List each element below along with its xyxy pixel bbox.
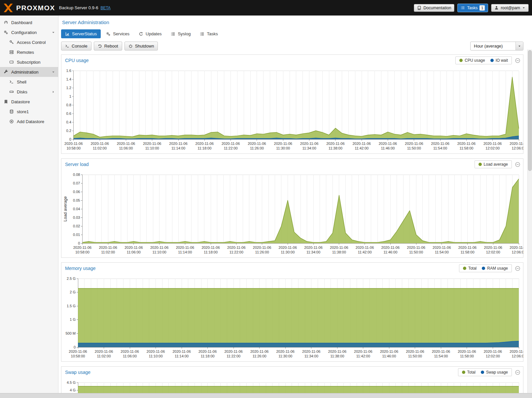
svg-text:2020-11-06: 2020-11-06	[222, 142, 240, 146]
svg-text:11:10:00: 11:10:00	[145, 146, 159, 150]
legend-label: IO wait	[496, 58, 508, 63]
beta-link[interactable]: BETA	[100, 6, 110, 10]
svg-text:11:38:00: 11:38:00	[332, 250, 346, 254]
sidebar-item-label: Disks	[17, 89, 27, 94]
user-label: root@pam	[501, 6, 520, 10]
svg-text:11:58:00: 11:58:00	[461, 250, 475, 254]
legend-item-load-average[interactable]: Load average	[479, 162, 508, 167]
svg-text:2020-11-06: 2020-11-06	[169, 142, 187, 146]
sidebar-item-datastore[interactable]: Datastore	[0, 97, 58, 107]
horizontal-scrollbar[interactable]	[0, 393, 532, 398]
tab-tasks[interactable]: Tasks	[196, 29, 222, 38]
tasks-button[interactable]: Tasks 1	[457, 4, 488, 12]
sidebar-item-dashboard[interactable]: Dashboard	[0, 17, 58, 27]
svg-text:1.2: 1.2	[66, 86, 71, 90]
panel-collapse-button[interactable]	[515, 370, 520, 375]
hdd-icon	[9, 89, 14, 94]
sidebar-item-add-datastore[interactable]: Add Datastore	[0, 116, 58, 126]
panel-collapse-button[interactable]	[515, 266, 520, 271]
brand: PROXMOX Backup Server 0.9-6 BETA	[3, 4, 111, 12]
sidebar-item-access-control[interactable]: Access Control	[0, 37, 58, 47]
sidebar-item-disks[interactable]: Disks	[0, 87, 58, 97]
vertical-scrollbar	[527, 50, 532, 393]
legend-dot	[459, 59, 463, 62]
svg-text:11:46:00: 11:46:00	[381, 146, 395, 150]
svg-text:0.6: 0.6	[66, 112, 71, 116]
time-range-select[interactable]: Hour (average)	[470, 42, 523, 50]
db-icon	[9, 109, 14, 114]
console-button[interactable]: Console	[61, 42, 91, 50]
sidebar-item-store1[interactable]: store1	[0, 107, 58, 116]
sidebar-item-remotes[interactable]: Remotes	[0, 47, 58, 57]
chart-legend: CPU usageIO wait	[455, 56, 512, 64]
svg-text:2020-11-06: 2020-11-06	[510, 349, 523, 353]
time-range-value: Hour (average)	[471, 42, 515, 50]
legend-item-io-wait[interactable]: IO wait	[490, 58, 508, 63]
legend-item-total[interactable]: Total	[462, 370, 476, 375]
documentation-button[interactable]: Documentation	[414, 4, 454, 12]
svg-text:2020-11-06: 2020-11-06	[406, 349, 424, 353]
tab-syslog[interactable]: Syslog	[167, 29, 195, 38]
svg-text:2020-11-06: 2020-11-06	[405, 142, 423, 146]
svg-text:11:10:00: 11:10:00	[153, 250, 166, 254]
reboot-button[interactable]: Reboot	[94, 42, 122, 50]
svg-text:11:50:00: 11:50:00	[408, 354, 422, 358]
legend-item-swap-usage[interactable]: Swap usage	[481, 370, 508, 375]
chart-icon	[65, 32, 70, 36]
svg-text:2 G: 2 G	[70, 290, 76, 294]
legend-item-ram-usage[interactable]: RAM usage	[482, 266, 508, 271]
svg-text:0.2: 0.2	[66, 129, 71, 133]
svg-text:11:02:00: 11:02:00	[101, 250, 115, 254]
panel-body: 0500 M1 G1.5 G2 G2.5 G2020-11-0610:58:00…	[61, 274, 523, 361]
vertical-scrollbar-thumb[interactable]	[528, 50, 532, 171]
tab-updates[interactable]: Updates	[135, 29, 165, 38]
toolbar-buttons: ConsoleRebootShutdown	[61, 42, 158, 50]
svg-text:0.4: 0.4	[66, 120, 71, 124]
wrench-icon	[4, 70, 8, 74]
svg-text:2020-11-06: 2020-11-06	[276, 349, 295, 353]
product-version: Backup Server 0.9-6	[59, 5, 98, 10]
user-menu-button[interactable]: root@pam	[491, 4, 529, 12]
page-title: Server Administration	[62, 19, 523, 25]
sidebar-item-administration[interactable]: Administration	[0, 67, 58, 77]
svg-text:2020-11-06: 2020-11-06	[431, 142, 449, 146]
svg-text:11:42:00: 11:42:00	[356, 354, 370, 358]
chart-server-load: 00.010.020.030.040.050.060.070.082020-11…	[62, 171, 523, 256]
svg-text:12:02:00: 12:02:00	[486, 250, 500, 254]
gears-icon	[106, 32, 111, 36]
brand-name: PROXMOX	[16, 4, 55, 12]
list-icon	[171, 32, 175, 36]
panel-collapse-button[interactable]	[515, 58, 520, 63]
user-icon	[494, 6, 499, 10]
tab-label: Tasks	[207, 31, 218, 36]
panel-collapse-button[interactable]	[515, 162, 520, 167]
combo-trigger[interactable]	[515, 42, 523, 50]
svg-text:500 M: 500 M	[65, 331, 76, 335]
chart-memory-usage: 0500 M1 G1.5 G2 G2.5 G2020-11-0610:58:00…	[62, 275, 523, 360]
svg-text:11:34:00: 11:34:00	[302, 146, 316, 150]
chart-legend: TotalRAM usage	[459, 264, 512, 272]
sidebar-item-shell[interactable]: Shell	[0, 77, 58, 87]
shutdown-button[interactable]: Shutdown	[124, 42, 158, 50]
sidebar-item-configuration[interactable]: Configuration	[0, 27, 58, 37]
svg-text:11:54:00: 11:54:00	[433, 146, 447, 150]
svg-text:11:10:00: 11:10:00	[149, 354, 163, 358]
svg-text:11:30:00: 11:30:00	[281, 250, 295, 254]
svg-text:2020-11-06: 2020-11-06	[201, 246, 220, 249]
sidebar-item-label: Administration	[11, 70, 38, 75]
svg-text:2020-11-06: 2020-11-06	[121, 349, 139, 353]
legend-item-total[interactable]: Total	[463, 266, 477, 271]
book-icon	[417, 6, 421, 10]
tab-serverstatus[interactable]: ServerStatus	[61, 29, 101, 38]
svg-text:11:02:00: 11:02:00	[93, 146, 107, 150]
undo-icon	[98, 44, 102, 48]
tab-services[interactable]: Services	[102, 29, 133, 38]
sidebar-item-label: Datastore	[11, 99, 30, 104]
legend-item-cpu-usage[interactable]: CPU usage	[459, 58, 485, 63]
panel-header: Server loadLoad average	[61, 159, 523, 170]
sidebar-item-subscription[interactable]: Subscription	[0, 57, 58, 67]
legend-dot	[481, 371, 484, 374]
svg-text:2020-11-06: 2020-11-06	[433, 246, 451, 249]
svg-text:11:38:00: 11:38:00	[330, 354, 344, 358]
legend-dot	[482, 267, 485, 270]
